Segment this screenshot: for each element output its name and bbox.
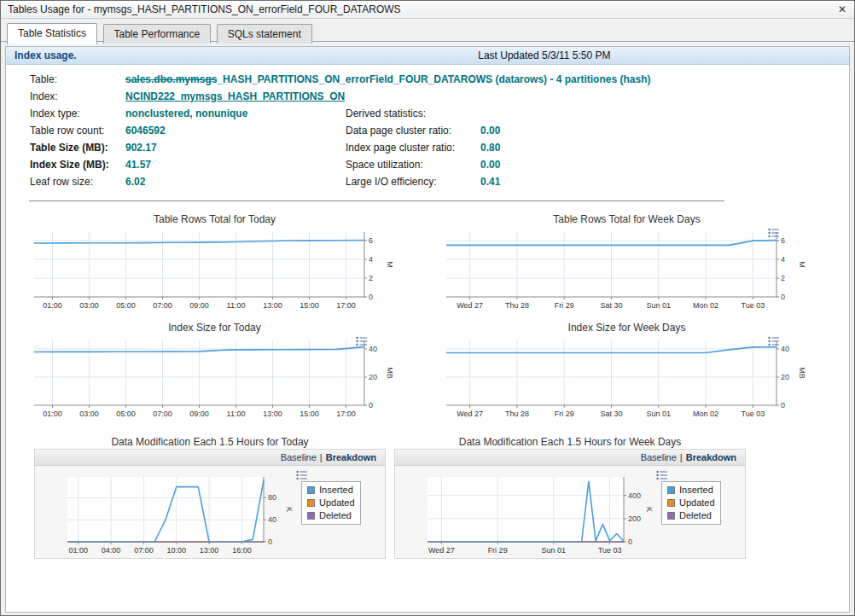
svg-text:05:00: 05:00 xyxy=(116,301,136,310)
line-chart: 0200400KWed 27Fri 29Sun 01Tue 03 xyxy=(426,471,654,556)
svg-text:0: 0 xyxy=(781,401,785,410)
panel-body: 04080K01:0004:0007:0010:0013:0016:00 Ins… xyxy=(35,466,385,558)
baseline-link[interactable]: Baseline xyxy=(281,452,317,462)
legend-item[interactable]: Deleted xyxy=(667,510,715,520)
chart-title: Index Size for Today xyxy=(32,322,397,334)
svg-text:03:00: 03:00 xyxy=(79,301,99,310)
breakdown-link[interactable]: Breakdown xyxy=(686,452,736,462)
data-page-cluster-ratio-value: 0.00 xyxy=(480,125,849,137)
svg-text:2: 2 xyxy=(781,274,785,282)
line-chart: 0246M01:0003:0005:0007:0009:0011:0013:00… xyxy=(32,226,395,311)
tab-table-statistics[interactable]: Table Statistics xyxy=(7,23,97,44)
svg-text:07:00: 07:00 xyxy=(153,301,172,310)
svg-text:MB: MB xyxy=(798,367,806,379)
svg-text:05:00: 05:00 xyxy=(116,410,136,418)
leaf-row-size-label: Leaf row size: xyxy=(30,176,125,188)
svg-text:09:00: 09:00 xyxy=(189,410,209,418)
svg-text:13:00: 13:00 xyxy=(263,410,282,418)
modification-panels: Data Modification Each 1.5 Hours for Tod… xyxy=(6,433,849,559)
svg-text:40: 40 xyxy=(369,345,377,353)
tab-table-performance[interactable]: Table Performance xyxy=(103,24,212,44)
svg-text:K: K xyxy=(645,507,654,512)
legend-swatch xyxy=(667,486,675,494)
chart-menu-icon[interactable] xyxy=(768,226,780,236)
legend-item[interactable]: Updated xyxy=(307,497,355,508)
chart-legend: InsertedUpdatedDeleted xyxy=(301,481,361,525)
chart-menu-icon[interactable] xyxy=(656,468,668,479)
svg-text:0: 0 xyxy=(369,401,373,410)
legend-swatch xyxy=(307,512,315,520)
svg-text:Tue 03: Tue 03 xyxy=(742,410,765,418)
legend-item[interactable]: Deleted xyxy=(307,510,355,520)
svg-text:01:00: 01:00 xyxy=(43,301,62,310)
chart-menu-icon[interactable] xyxy=(296,468,308,479)
legend-swatch xyxy=(667,499,675,507)
chart-title: Data Modification Each 1.5 Hours for Wee… xyxy=(394,436,746,448)
svg-text:17:00: 17:00 xyxy=(336,301,356,310)
chart-title: Table Rows Total for Today xyxy=(32,213,397,225)
chart-index-size-today: Index Size for Today 02040MB01:0003:0005… xyxy=(32,319,397,423)
legend-swatch xyxy=(667,512,675,520)
svg-text:MB: MB xyxy=(386,367,394,379)
tab-sqls-statement[interactable]: SQLs statement xyxy=(217,24,312,44)
svg-text:Mon 02: Mon 02 xyxy=(693,410,718,418)
svg-text:Sun 01: Sun 01 xyxy=(647,301,672,310)
index-size-label: Index Size (MB): xyxy=(30,159,125,171)
legend-item[interactable]: Inserted xyxy=(667,485,715,495)
panel: Baseline | Breakdown 04080K01:0004:0007:… xyxy=(34,449,386,559)
svg-text:40: 40 xyxy=(781,345,789,353)
svg-text:Wed 27: Wed 27 xyxy=(428,546,455,555)
chart-title: Table Rows Total for Week Days xyxy=(445,213,809,225)
close-icon[interactable]: ✕ xyxy=(835,3,854,15)
panel-header: Baseline | Breakdown xyxy=(35,450,385,466)
legend-item[interactable]: Updated xyxy=(667,497,715,508)
svg-text:Tue 03: Tue 03 xyxy=(742,301,765,310)
svg-text:Wed 27: Wed 27 xyxy=(457,410,483,418)
index-page-cluster-ratio-value: 0.80 xyxy=(480,142,849,154)
svg-text:Tue 03: Tue 03 xyxy=(598,546,622,555)
svg-text:20: 20 xyxy=(369,373,377,381)
row-count-label: Table row count: xyxy=(30,125,125,137)
svg-text:80: 80 xyxy=(268,493,276,502)
svg-text:Thu 28: Thu 28 xyxy=(505,410,529,418)
svg-text:13:00: 13:00 xyxy=(200,546,219,555)
data-modification-week: Data Modification Each 1.5 Hours for Wee… xyxy=(394,433,746,559)
svg-text:Sat 30: Sat 30 xyxy=(600,410,622,418)
svg-text:0: 0 xyxy=(628,538,632,546)
svg-text:Wed 27: Wed 27 xyxy=(457,301,483,310)
table-value-tail: _HASH_PARTITIONS_ON_errorField_FOUR_DATA… xyxy=(217,73,650,85)
svg-text:01:00: 01:00 xyxy=(69,546,89,555)
svg-text:10:00: 10:00 xyxy=(167,546,187,555)
breakdown-link[interactable]: Breakdown xyxy=(326,452,376,462)
svg-text:Fri 29: Fri 29 xyxy=(555,410,574,418)
svg-text:0: 0 xyxy=(369,293,373,301)
section-title: Index usage. xyxy=(6,49,77,61)
line-chart: 02040MBWed 27Thu 28Fri 29Sat 30Sun 01Mon… xyxy=(445,334,807,420)
line-chart: 0246MWed 27Thu 28Fri 29Sat 30Sun 01Mon 0… xyxy=(445,226,807,311)
table-size-value: 902.17 xyxy=(125,142,346,154)
svg-text:0: 0 xyxy=(781,293,785,301)
index-type-value: nonclustered, nonunique xyxy=(125,108,346,119)
svg-text:6: 6 xyxy=(781,236,785,245)
divider xyxy=(29,200,724,201)
legend-item[interactable]: Inserted xyxy=(307,485,355,495)
table-value-head[interactable]: sales.dbo.mymsgs xyxy=(125,73,217,85)
legend-label: Updated xyxy=(679,497,715,508)
svg-text:13:00: 13:00 xyxy=(263,301,282,310)
chart-menu-icon[interactable] xyxy=(356,334,368,345)
chart-title: Data Modification Each 1.5 Hours for Tod… xyxy=(34,436,386,448)
link-separator: | xyxy=(680,452,683,462)
chart-table-rows-week: Table Rows Total for Week Days 0246MWed … xyxy=(445,211,809,315)
chart-index-size-week: Index Size for Week Days 02040MBWed 27Th… xyxy=(445,319,809,423)
svg-text:Sat 30: Sat 30 xyxy=(600,301,622,310)
svg-text:Fri 29: Fri 29 xyxy=(555,301,574,310)
index-value[interactable]: NCIND222_mymsgs_HASH_PARTITIONS_ON xyxy=(125,90,849,102)
table-value[interactable]: sales.dbo.mymsgs_HASH_PARTITIONS_ON_erro… xyxy=(125,73,849,85)
window-titlebar: Tables Usage for - mymsgs_HASH_PARTITION… xyxy=(1,1,854,19)
svg-text:4: 4 xyxy=(781,255,785,264)
baseline-link[interactable]: Baseline xyxy=(641,452,677,462)
chart-menu-icon[interactable] xyxy=(768,334,780,345)
last-updated-label: Last Updated 5/3/11 5:50 PM xyxy=(478,49,610,61)
panel-header: Baseline | Breakdown xyxy=(395,450,745,466)
svg-text:01:00: 01:00 xyxy=(43,410,62,418)
